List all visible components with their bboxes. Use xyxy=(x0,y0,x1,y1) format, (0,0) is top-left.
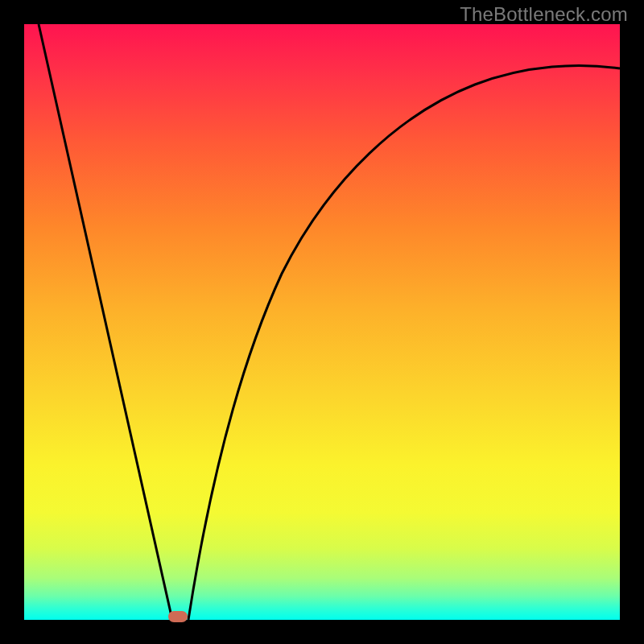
bottleneck-curve xyxy=(24,24,620,620)
watermark-text: TheBottleneck.com xyxy=(460,3,628,26)
plot-area xyxy=(24,24,620,620)
curve-right-segment xyxy=(188,66,620,620)
curve-left-segment xyxy=(39,24,172,620)
minimum-marker xyxy=(168,611,188,622)
chart-frame: TheBottleneck.com xyxy=(0,0,644,644)
